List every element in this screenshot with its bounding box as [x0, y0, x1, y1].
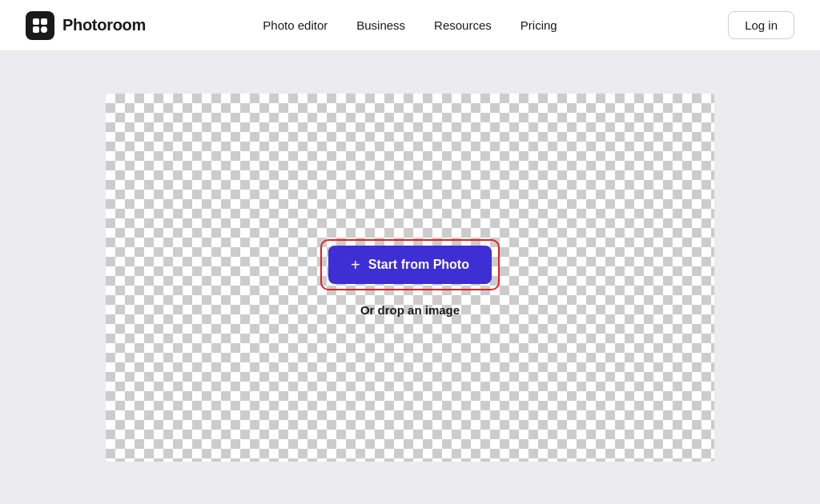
- nav-item-photo-editor[interactable]: Photo editor: [263, 18, 328, 32]
- svg-rect-2: [41, 18, 47, 25]
- main-area: + Start from Photo Or drop an image: [0, 51, 820, 504]
- canvas-area: + Start from Photo Or drop an image: [106, 94, 714, 462]
- nav-item-business[interactable]: Business: [356, 18, 405, 32]
- drop-image-label: Or drop an image: [360, 303, 460, 317]
- start-from-photo-label: Start from Photo: [368, 258, 469, 272]
- start-from-photo-button[interactable]: + Start from Photo: [328, 246, 492, 284]
- main-nav: Photo editor Business Resources Pricing: [263, 18, 557, 32]
- header-right: Log in: [728, 11, 794, 39]
- svg-rect-1: [33, 26, 39, 33]
- header: Photoroom Photo editor Business Resource…: [0, 0, 820, 51]
- svg-rect-0: [33, 18, 39, 25]
- plus-icon: +: [351, 257, 360, 273]
- logo: Photoroom: [26, 11, 146, 40]
- logo-icon: [26, 11, 54, 40]
- button-highlight-outline: + Start from Photo: [320, 239, 500, 290]
- logo-text: Photoroom: [62, 16, 146, 34]
- nav-item-pricing[interactable]: Pricing: [521, 18, 557, 32]
- nav-item-resources[interactable]: Resources: [434, 18, 492, 32]
- login-button[interactable]: Log in: [728, 11, 794, 39]
